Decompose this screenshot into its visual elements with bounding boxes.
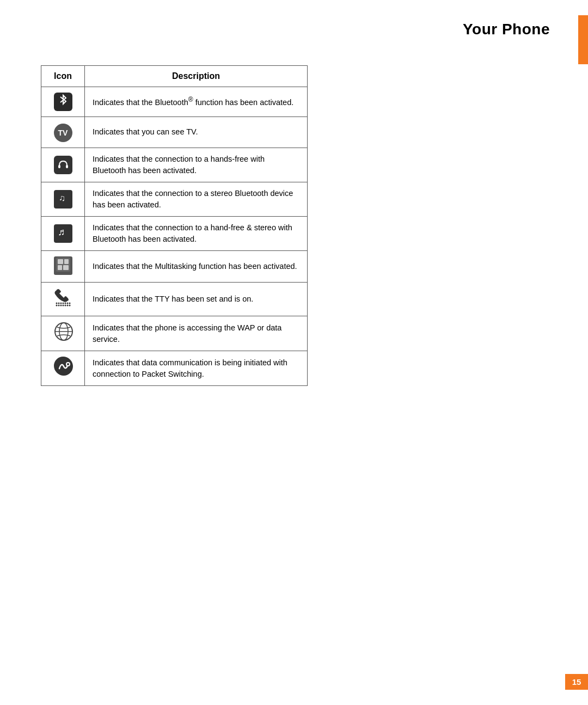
svg-point-19 [56,305,57,306]
svg-rect-2 [66,165,68,168]
table-header-icon: Icon [41,66,85,87]
icon-cell-multitask [41,251,85,283]
svg-text:♫: ♫ [59,193,65,203]
stereo-bluetooth-icon: ♫ [54,190,72,209]
svg-point-22 [62,305,64,306]
svg-point-13 [58,303,59,304]
packet-switching-icon [54,357,72,375]
page-number: 15 [565,674,588,690]
icon-cell-wap [41,316,85,351]
svg-point-23 [64,305,66,306]
desc-cell-stereo: Indicates that the connection to a stere… [85,182,308,217]
tty-icon [52,288,74,306]
svg-point-25 [69,305,70,306]
desc-cell-bluetooth: Indicates that the Bluetooth® function h… [85,87,308,117]
svg-point-16 [64,303,66,304]
desc-cell-packet: Indicates that data communication is bei… [85,351,308,386]
svg-rect-10 [58,265,62,270]
svg-point-12 [56,303,57,304]
desc-cell-tty: Indicates that the TTY has been set and … [85,283,308,316]
desc-cell-multitask: Indicates that the Multitasking function… [85,251,308,283]
svg-text:♬: ♬ [58,226,65,237]
svg-point-15 [62,303,64,304]
table-row: Indicates that the Multitasking function… [41,251,308,283]
handsfree-bluetooth-icon [54,156,72,174]
svg-point-14 [60,303,62,304]
svg-point-24 [66,305,68,306]
wap-icon [54,322,72,340]
icon-cell-handsfree-stereo: ♬ [41,217,85,251]
svg-rect-8 [58,259,63,264]
page-header: Your Phone [0,0,555,54]
table-row: ♫ Indicates that the connection to a ste… [41,182,308,217]
icon-cell-handsfree [41,148,85,182]
desc-cell-handsfree: Indicates that the connection to a hands… [85,148,308,182]
desc-cell-handsfree-stereo: Indicates that the connection to a hand-… [85,217,308,251]
svg-rect-11 [63,265,69,270]
icon-description-table: Icon Description Indicates that the Blue… [41,65,308,386]
table-header-description: Description [85,66,308,87]
desc-cell-wap: Indicates that the phone is accessing th… [85,316,308,351]
tv-icon: TV [54,124,72,142]
icon-cell-stereo: ♫ [41,182,85,217]
icon-cell-tv: TV [41,117,85,148]
svg-rect-1 [58,165,60,168]
page-title: Your Phone [463,21,550,38]
table-row: ♬ Indicates that the connection to a han… [41,217,308,251]
svg-point-30 [66,363,70,366]
svg-point-17 [66,303,68,304]
orange-accent-bar [578,15,588,64]
svg-point-18 [69,303,70,304]
table-row: Indicates that the TTY has been set and … [41,283,308,316]
table-row: TV Indicates that you can see TV. [41,117,308,148]
icon-cell-bluetooth [41,87,85,117]
icon-cell-tty [41,283,85,316]
handsfree-stereo-bluetooth-icon: ♬ [54,224,72,243]
svg-point-21 [60,305,62,306]
desc-cell-tv: Indicates that you can see TV. [85,117,308,148]
page-footer: 15 [565,674,588,690]
table-row: Indicates that the Bluetooth® function h… [41,87,308,117]
table-row: Indicates that the connection to a hands… [41,148,308,182]
svg-point-20 [58,305,59,306]
table-row: Indicates that data communication is bei… [41,351,308,386]
content-area: Icon Description Indicates that the Blue… [0,54,588,408]
multitasking-icon [54,256,72,275]
icon-cell-packet [41,351,85,386]
table-row: Indicates that the phone is accessing th… [41,316,308,351]
svg-rect-9 [64,259,69,264]
bluetooth-icon [54,93,72,111]
